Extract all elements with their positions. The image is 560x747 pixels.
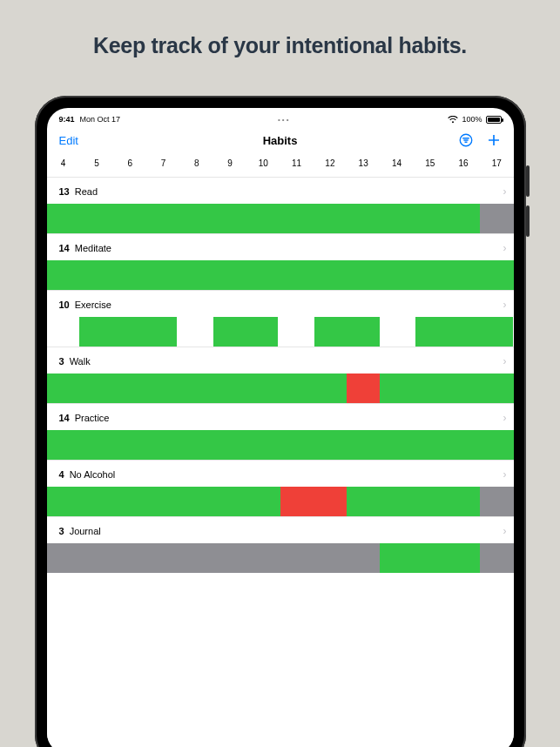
day-column: 14 — [380, 158, 413, 168]
status-right: 100% — [448, 115, 501, 124]
habit-row[interactable]: 13Read› — [47, 177, 514, 233]
wifi-icon — [448, 116, 458, 124]
habits-list: 13Read›14Meditate›10Exercise›3Walk›14Pra… — [47, 177, 514, 747]
nav-bar: Edit Habits — [47, 127, 514, 153]
habit-segment-na[interactable] — [480, 204, 513, 233]
habit-segment-na[interactable] — [480, 543, 513, 573]
day-column: 16 — [447, 158, 480, 168]
habit-segment-na[interactable] — [47, 543, 381, 573]
habit-header[interactable]: 14Practice› — [47, 404, 514, 430]
status-left: 9:41 Mon Oct 17 — [59, 115, 121, 124]
chevron-right-icon: › — [503, 355, 507, 367]
day-column: 15 — [414, 158, 447, 168]
habit-row[interactable]: 3Journal› — [47, 516, 514, 573]
add-button[interactable] — [486, 132, 502, 148]
habit-track[interactable] — [47, 260, 514, 290]
device-side-button — [526, 165, 530, 197]
habit-header[interactable]: 3Journal› — [47, 517, 514, 543]
habit-name: Meditate — [75, 243, 111, 253]
day-column: 8 — [180, 158, 213, 168]
habit-segment-done[interactable] — [213, 317, 282, 347]
habit-track[interactable] — [47, 430, 514, 460]
chevron-right-icon: › — [503, 468, 507, 481]
habit-segment-done[interactable] — [47, 374, 347, 403]
day-column: 4 — [47, 158, 80, 168]
habit-name: No Alcohol — [70, 469, 116, 480]
habit-track[interactable] — [47, 204, 514, 233]
status-date: Mon Oct 17 — [80, 115, 121, 124]
habit-segment-done[interactable] — [380, 543, 480, 573]
day-column: 10 — [246, 158, 280, 168]
edit-button[interactable]: Edit — [59, 134, 78, 147]
chevron-right-icon: › — [503, 185, 507, 198]
filter-button[interactable] — [458, 132, 474, 148]
habit-segment-done[interactable] — [415, 317, 513, 347]
habit-segment-done[interactable] — [47, 487, 280, 516]
habit-header[interactable]: 3Walk› — [47, 347, 514, 374]
habit-streak-count: 4 — [59, 469, 64, 480]
habit-segment-na[interactable] — [480, 487, 513, 516]
habit-header[interactable]: 14Meditate› — [47, 234, 514, 260]
habit-segment-done[interactable] — [47, 204, 481, 233]
habit-track[interactable] — [47, 374, 514, 403]
habit-row[interactable]: 3Walk› — [47, 347, 514, 403]
habit-streak-count: 3 — [59, 526, 64, 536]
habit-segment-done[interactable] — [347, 487, 480, 516]
habit-streak-count: 10 — [59, 299, 70, 310]
chevron-right-icon: › — [503, 525, 507, 537]
habit-segment-empty[interactable] — [180, 317, 213, 347]
habit-streak-count: 14 — [59, 413, 70, 423]
habit-segment-empty[interactable] — [47, 317, 79, 347]
chevron-right-icon: › — [503, 242, 507, 254]
day-column: 12 — [314, 158, 347, 168]
habit-header[interactable]: 13Read› — [47, 178, 514, 204]
habit-header[interactable]: 4No Alcohol› — [47, 461, 514, 487]
day-column: 7 — [146, 158, 179, 168]
status-time: 9:41 — [59, 115, 75, 124]
habit-name: Walk — [70, 356, 91, 367]
habit-name: Journal — [70, 526, 101, 536]
day-column: 13 — [347, 158, 380, 168]
habit-segment-done[interactable] — [79, 317, 180, 347]
habit-row[interactable]: 4No Alcohol› — [47, 460, 514, 516]
habit-segment-done[interactable] — [314, 317, 383, 347]
device-side-button — [526, 205, 530, 237]
habit-row[interactable]: 14Meditate› — [47, 233, 514, 290]
day-header: 4567891011121314151617 — [47, 153, 514, 177]
habit-name: Read — [75, 186, 98, 197]
status-bar: 9:41 Mon Oct 17 ••• 100% — [47, 111, 514, 127]
battery-icon — [486, 116, 502, 124]
day-column: 5 — [80, 158, 113, 168]
habit-name: Exercise — [75, 299, 111, 310]
habit-streak-count: 3 — [59, 356, 64, 367]
day-column: 11 — [280, 158, 313, 168]
habit-row[interactable]: 10Exercise› — [47, 290, 514, 347]
habit-segment-miss[interactable] — [347, 374, 380, 403]
day-column: 9 — [213, 158, 246, 168]
habit-track[interactable] — [47, 543, 514, 573]
day-column: 6 — [113, 158, 146, 168]
page-title: Habits — [263, 134, 298, 147]
habit-track[interactable] — [47, 317, 514, 347]
chevron-right-icon: › — [503, 299, 507, 311]
day-column: 17 — [480, 158, 513, 168]
status-multitask-dots: ••• — [120, 116, 448, 124]
habit-header[interactable]: 10Exercise› — [47, 291, 514, 317]
habit-segment-done[interactable] — [47, 430, 514, 460]
chevron-right-icon: › — [503, 412, 507, 424]
habit-segment-empty[interactable] — [383, 317, 415, 347]
status-battery-pct: 100% — [462, 115, 482, 124]
habit-segment-done[interactable] — [380, 374, 513, 403]
device-frame: 9:41 Mon Oct 17 ••• 100% Edit Habits — [35, 96, 526, 747]
habit-name: Practice — [75, 413, 110, 423]
habit-row[interactable]: 14Practice› — [47, 403, 514, 460]
habit-streak-count: 13 — [59, 186, 70, 197]
habit-streak-count: 14 — [59, 243, 70, 253]
habit-segment-miss[interactable] — [280, 487, 347, 516]
habit-segment-empty[interactable] — [281, 317, 314, 347]
promo-headline: Keep track of your intentional habits. — [0, 0, 560, 58]
habit-segment-done[interactable] — [47, 260, 514, 290]
screen: 9:41 Mon Oct 17 ••• 100% Edit Habits — [47, 108, 514, 747]
habit-track[interactable] — [47, 487, 514, 516]
